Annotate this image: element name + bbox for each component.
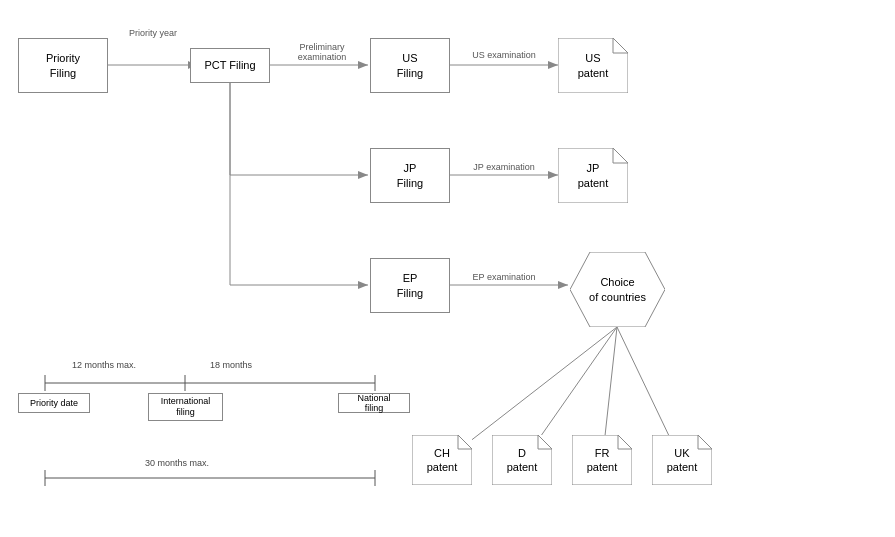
- jp-filing-label: JPFiling: [397, 161, 423, 190]
- svg-marker-11: [548, 61, 558, 69]
- ep-exam-label: EP examination: [454, 272, 554, 282]
- 30-months-label: 30 months max.: [145, 458, 209, 468]
- priority-filing-label: PriorityFiling: [46, 51, 80, 80]
- fr-patent-label: FRpatent: [587, 446, 618, 475]
- jp-patent-shape: JPpatent: [558, 148, 628, 203]
- us-patent-label: USpatent: [578, 51, 609, 80]
- ep-filing-label: EPFiling: [397, 271, 423, 300]
- choice-countries-hexagon: Choiceof countries: [570, 252, 665, 327]
- jp-exam-label: JP examination: [454, 162, 554, 172]
- svg-marker-13: [548, 171, 558, 179]
- uk-patent-shape: UKpatent: [652, 435, 712, 485]
- patent-diagram: PriorityFiling PCT Filing USFiling JPFil…: [0, 0, 895, 537]
- uk-patent-label: UKpatent: [667, 446, 698, 475]
- intl-filing-box: Internationalfiling: [148, 393, 223, 421]
- priority-date-box: Priority date: [18, 393, 90, 413]
- priority-filing-box: PriorityFiling: [18, 38, 108, 93]
- us-exam-label: US examination: [454, 50, 554, 60]
- svg-marker-9: [358, 281, 368, 289]
- ch-patent-shape: CHpatent: [412, 435, 472, 485]
- priority-year-label: Priority year: [118, 28, 188, 38]
- svg-marker-3: [358, 61, 368, 69]
- jp-filing-box: JPFiling: [370, 148, 450, 203]
- us-filing-box: USFiling: [370, 38, 450, 93]
- 12-months-label: 12 months max.: [72, 360, 136, 370]
- ep-filing-box: EPFiling: [370, 258, 450, 313]
- prelim-exam-label: Preliminaryexamination: [282, 42, 362, 62]
- national-filing-box: Nationalfiling: [338, 393, 410, 413]
- ch-patent-label: CHpatent: [427, 446, 458, 475]
- d-patent-shape: Dpatent: [492, 435, 552, 485]
- d-patent-label: Dpatent: [507, 446, 538, 475]
- us-filing-label: USFiling: [397, 51, 423, 80]
- 18-months-label: 18 months: [210, 360, 252, 370]
- pct-filing-label: PCT Filing: [204, 58, 255, 72]
- choice-countries-label: Choiceof countries: [589, 275, 646, 304]
- us-patent-shape: USpatent: [558, 38, 628, 93]
- jp-patent-label: JPpatent: [578, 161, 609, 190]
- pct-filing-box: PCT Filing: [190, 48, 270, 83]
- fr-patent-shape: FRpatent: [572, 435, 632, 485]
- svg-marker-6: [358, 171, 368, 179]
- svg-marker-15: [558, 281, 568, 289]
